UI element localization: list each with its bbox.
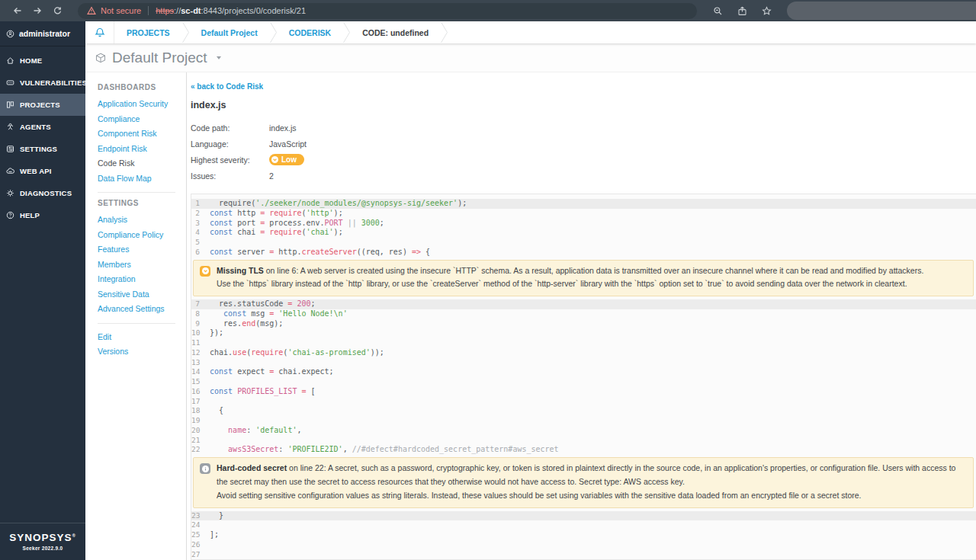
nav-item-data-flow-map[interactable]: Data Flow Map (98, 171, 186, 187)
breadcrumb-separator-icon (441, 21, 448, 43)
bookmark-star-icon[interactable] (756, 1, 776, 21)
meta-label: Language: (191, 139, 269, 149)
line-number: 12 (191, 348, 210, 358)
sidebar-item-agents[interactable]: AGENTS (0, 116, 85, 138)
issue-description: on line 6: A web server is created using… (264, 266, 924, 275)
sidebar-item-diagnostics[interactable]: DIAGNOSTICS (0, 182, 85, 204)
line-number: 15 (191, 377, 210, 387)
meta-label: Code path: (191, 123, 269, 133)
nav-item-compliance-policy[interactable]: Compliance Policy (98, 228, 186, 243)
code-text: ]; (210, 530, 219, 540)
vulnerabilities-icon (6, 78, 14, 87)
meta-label: Issues: (191, 171, 269, 181)
settings-icon (6, 145, 14, 153)
line-number: 25 (191, 530, 210, 540)
line-number: 6 (191, 248, 210, 258)
project-cube-icon (95, 53, 106, 63)
back-link[interactable]: « back to Code Risk (191, 82, 976, 91)
sidebar-footer: SYNOPSYS® Seeker 2022.9.0 (0, 523, 85, 560)
nav-item-sensitive-data[interactable]: Sensitive Data (98, 287, 186, 302)
nav-item-features[interactable]: Features (98, 242, 186, 258)
sidebar-item-label: HELP (20, 211, 40, 219)
line-number: 13 (191, 358, 210, 368)
issue-text: Hard-coded secret on line 22: A secret, … (217, 462, 965, 503)
nav-section-header-settings: SETTINGS (98, 199, 186, 207)
diagnostics-icon (6, 189, 14, 197)
line-number: 24 (191, 520, 210, 530)
reload-icon[interactable] (47, 1, 67, 21)
nav-divider (98, 192, 175, 193)
code-viewer[interactable]: 1 require('./seeker/node_modules/@synops… (191, 194, 976, 560)
nav-item-endpoint-risk[interactable]: Endpoint Risk (98, 142, 186, 157)
sidebar-item-help[interactable]: HELP (0, 204, 85, 226)
browser-toolbar: Not secure https://sc-dt:8443/projects/0… (0, 0, 976, 21)
issue-callout-hard-coded-secret: Hard-coded secret on line 22: A secret, … (193, 457, 974, 508)
line-number: 7 (191, 299, 210, 309)
meta-row-code-path-: Code path:index.js (191, 122, 976, 133)
notifications-bell-icon[interactable] (85, 21, 114, 43)
code-line-20: 20 name: 'default', (191, 426, 976, 436)
nav-divider (98, 323, 175, 324)
web-api-icon (6, 167, 14, 175)
nav-item-members[interactable]: Members (98, 258, 186, 273)
breadcrumb-item-coderisk[interactable]: CODERISK (277, 28, 343, 37)
breadcrumb-separator-icon (343, 21, 350, 43)
code-line-11: 11 (191, 338, 976, 348)
user-icon (6, 30, 14, 38)
nav-item-code-risk: Code Risk (98, 156, 186, 171)
nav-item-component-risk[interactable]: Component Risk (98, 126, 186, 142)
meta-row-issues-: Issues:2 (191, 170, 976, 181)
user-menu[interactable]: administrator (0, 21, 85, 46)
code-line-5: 5 (191, 238, 976, 248)
line-number: 18 (191, 406, 210, 416)
nav-item-edit[interactable]: Edit (98, 330, 186, 345)
code-text: name: 'default', (210, 426, 301, 436)
meta-value: index.js (269, 123, 297, 133)
nav-item-compliance[interactable]: Compliance (98, 112, 186, 127)
issue-title: Missing TLS (217, 266, 264, 275)
sidebar-item-home[interactable]: HOME (0, 50, 85, 72)
nav-section-header-dashboards: DASHBOARDS (98, 83, 186, 91)
nav-item-analysis[interactable]: Analysis (98, 213, 186, 228)
sidebar-item-web-api[interactable]: WEB API (0, 160, 85, 182)
back-icon[interactable] (8, 1, 27, 21)
help-icon (6, 211, 14, 219)
code-text: const msg = 'Hello Node!\n' (210, 309, 348, 319)
code-line-10: 10}); (191, 328, 976, 338)
address-bar[interactable]: Not secure https://sc-dt:8443/projects/0… (78, 3, 697, 19)
meta-label: Highest severity: (191, 155, 269, 165)
sidebar-item-settings[interactable]: SETTINGS (0, 138, 85, 160)
line-number: 10 (191, 328, 210, 338)
screen: Not secure https://sc-dt:8443/projects/0… (0, 0, 976, 560)
code-text: const http = require('http'); (210, 209, 343, 219)
code-line-1: 1 require('./seeker/node_modules/@synops… (191, 199, 976, 209)
code-line-9: 9 res.end(msg); (191, 319, 976, 329)
breadcrumb-item-projects[interactable]: PROJECTS (114, 28, 182, 37)
zoom-icon[interactable] (708, 1, 727, 21)
code-line-4: 4const chai = require('chai'); (191, 228, 976, 238)
breadcrumb-item-default-project[interactable]: Default Project (189, 28, 270, 37)
code-text: const expect = chai.expect; (210, 367, 334, 377)
sidebar: administrator HOMEVULNERABILITIESPROJECT… (0, 21, 85, 560)
nav-item-application-security[interactable]: Application Security (98, 97, 186, 112)
severity-badge: Low (269, 154, 304, 165)
home-icon (6, 56, 14, 65)
breadcrumb-bar: PROJECTSDefault ProjectCODERISKCODE: und… (85, 21, 976, 43)
nav-item-advanced-settings[interactable]: Advanced Settings (98, 302, 186, 317)
issue-description: on line 22: A secret, such as a password… (217, 463, 955, 486)
forward-icon[interactable] (27, 1, 47, 21)
projects-icon (6, 101, 14, 109)
sidebar-item-vulnerabilities[interactable]: VULNERABILITIES (0, 72, 85, 94)
line-number: 22 (191, 445, 210, 455)
line-number: 26 (191, 540, 210, 550)
nav-item-integration[interactable]: Integration (98, 272, 186, 287)
breadcrumb-separator-icon (270, 21, 277, 43)
share-icon[interactable] (732, 1, 752, 21)
breadcrumb-item-code-undefined: CODE: undefined (350, 28, 441, 37)
project-nav: DASHBOARDSApplication SecurityCompliance… (85, 72, 187, 560)
sidebar-item-projects[interactable]: PROJECTS (0, 94, 85, 116)
line-number: 9 (191, 319, 210, 329)
project-dropdown-caret[interactable] (217, 56, 221, 59)
code-line-2: 2const http = require('http'); (191, 209, 976, 219)
nav-item-versions[interactable]: Versions (98, 344, 186, 360)
